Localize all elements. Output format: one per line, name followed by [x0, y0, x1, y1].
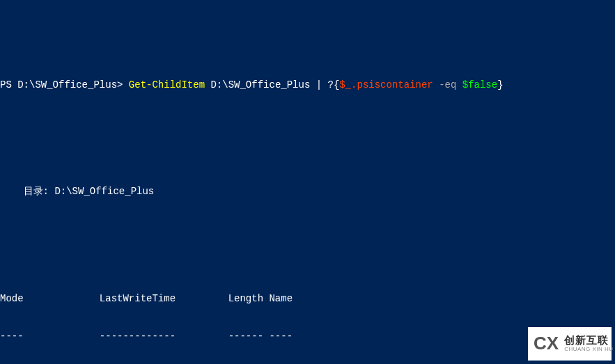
prompt: PS D:\SW_Office_Plus>: [0, 79, 129, 90]
operator: -eq: [433, 79, 462, 90]
pipe-open: | ?{: [316, 79, 340, 90]
directory-label: 目录: D:\SW_Office_Plus: [0, 185, 615, 198]
table-header: Mode LastWriteTime Length Name: [0, 292, 615, 305]
powershell-terminal[interactable]: PS D:\SW_Office_Plus> Get-ChildItem D:\S…: [0, 51, 615, 364]
command-line-1: PS D:\SW_Office_Plus> Get-ChildItem D:\S…: [0, 79, 615, 91]
cmdlet: Get-ChildItem: [129, 79, 205, 90]
bool-value: $false: [462, 79, 497, 90]
logo-main-text: 创新互联: [564, 335, 615, 347]
variable: $_.psiscontainer: [339, 79, 433, 90]
logo-sub-text: CHUANG XIN HU LIAN: [564, 347, 615, 353]
logo-icon: CX: [534, 332, 559, 356]
close-bracket: }: [497, 79, 503, 90]
path-arg: D:\SW_Office_Plus: [205, 79, 316, 90]
table-separator: ---- ------------- ------ ----: [0, 330, 615, 342]
watermark-logo: CX 创新互联 CHUANG XIN HU LIAN: [528, 327, 612, 361]
